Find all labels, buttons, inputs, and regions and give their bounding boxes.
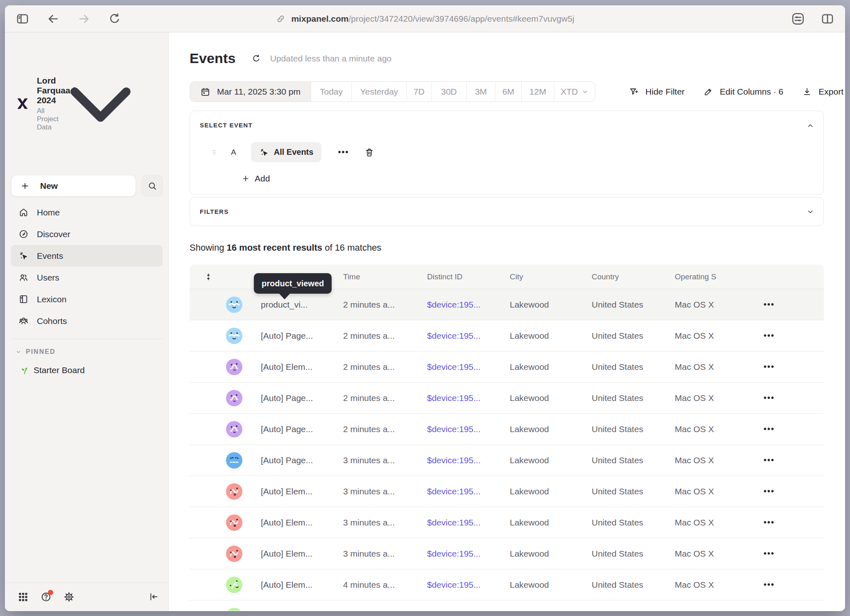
table-row[interactable]: [Auto] Page... 2 minutes a... $device:19…: [190, 382, 824, 413]
date-preset-30d[interactable]: 30D: [431, 82, 466, 102]
table-row[interactable]: [Auto] Elem... 2 minutes a... $device:19…: [190, 351, 824, 382]
help-icon[interactable]: [41, 591, 52, 602]
reload-icon[interactable]: [108, 12, 122, 26]
cell-event-name[interactable]: [Auto] Elem...: [261, 362, 343, 372]
sidebar-item-events[interactable]: Events: [11, 245, 163, 267]
row-menu-button[interactable]: •••: [759, 487, 824, 496]
expand-row-icon[interactable]: [205, 581, 212, 589]
expand-row-icon[interactable]: [205, 488, 212, 495]
cell-event-name[interactable]: [Auto] Elem...: [261, 580, 343, 590]
table-row[interactable]: [Auto] Elem... 3 minutes a... $device:19…: [190, 507, 824, 538]
row-menu-button[interactable]: •••: [759, 331, 824, 340]
row-menu-button[interactable]: •••: [759, 580, 824, 589]
page-settings-icon[interactable]: [791, 12, 805, 26]
cell-distinct-id[interactable]: $device:195...: [427, 487, 510, 496]
split-view-icon[interactable]: [821, 12, 834, 26]
expand-row-icon[interactable]: [205, 363, 212, 371]
workspace-switcher[interactable]: Lord Farquaad 2024 All Project Data: [5, 32, 168, 160]
column-header-time[interactable]: Time: [343, 272, 427, 281]
row-menu-button[interactable]: •••: [759, 393, 824, 403]
row-menu-button[interactable]: •••: [759, 362, 824, 371]
expand-row-icon[interactable]: [205, 519, 212, 526]
cell-distinct-id[interactable]: $device:195...: [427, 393, 510, 403]
table-row[interactable]: [Auto] Page... 2 minutes a... $device:19…: [190, 320, 824, 351]
cell-distinct-id[interactable]: $device:195...: [427, 424, 510, 434]
cell-event-name[interactable]: [Auto] Elem...: [261, 549, 343, 559]
column-header-os[interactable]: Operating S: [675, 272, 759, 281]
back-icon[interactable]: [46, 12, 60, 26]
filter-plus-icon: [629, 87, 639, 97]
cell-distinct-id[interactable]: $device:195...: [427, 580, 510, 590]
date-preset-7d[interactable]: 7D: [407, 82, 431, 102]
row-menu-button[interactable]: •••: [759, 518, 824, 527]
cell-event-name[interactable]: [Auto] Elem...: [261, 487, 343, 496]
search-button[interactable]: [142, 175, 163, 197]
date-preset-3m[interactable]: 3M: [466, 82, 495, 102]
chevron-down-icon[interactable]: [806, 208, 814, 216]
cell-os: Mac OS X: [675, 300, 759, 310]
sidebar-item-lexicon[interactable]: Lexicon: [11, 288, 163, 310]
event-more-button[interactable]: •••: [338, 147, 349, 157]
date-preset-xtd[interactable]: XTD: [554, 82, 595, 102]
add-event-button[interactable]: Add: [242, 174, 814, 183]
drag-handle-icon[interactable]: [211, 148, 217, 157]
export-button[interactable]: Export: [802, 87, 843, 97]
table-row[interactable]: [Auto] Page... 3 minutes a... $device:19…: [190, 444, 824, 476]
row-menu-button[interactable]: •••: [759, 424, 824, 434]
collapse-rows-icon[interactable]: [204, 272, 212, 282]
pinned-item-starter-board[interactable]: Starter Board: [20, 365, 168, 375]
cell-event-name[interactable]: [Auto] Page...: [261, 393, 343, 403]
column-header-country[interactable]: Country: [592, 272, 675, 281]
date-preset-yesterday[interactable]: Yesterday: [351, 82, 407, 102]
cell-distinct-id[interactable]: $device:195...: [427, 455, 510, 465]
sidebar-toggle-icon[interactable]: [16, 12, 29, 26]
event-selector-button[interactable]: All Events: [251, 142, 322, 162]
table-row[interactable]: [Auto] Elem... 4 minutes a... $device:19…: [190, 569, 824, 600]
address-bar[interactable]: mixpanel.com/project/3472420/view/397469…: [276, 14, 574, 24]
cell-event-name[interactable]: [Auto] Page...: [261, 331, 343, 341]
expand-row-icon[interactable]: [205, 426, 212, 433]
cell-distinct-id[interactable]: $device:195...: [427, 518, 510, 528]
sidebar-item-cohorts[interactable]: Cohorts: [11, 310, 163, 332]
column-header-city[interactable]: City: [510, 272, 592, 281]
date-preset-6m[interactable]: 6M: [495, 82, 521, 102]
cell-distinct-id[interactable]: $device:195...: [427, 549, 510, 559]
expand-row-icon[interactable]: [205, 550, 212, 557]
table-row[interactable]: [Auto] Page... 2 minutes a... $device:19…: [190, 413, 824, 444]
table-row[interactable]: [Auto] Elem... 3 minutes a... $device:19…: [190, 476, 824, 507]
cell-distinct-id[interactable]: $device:195...: [427, 300, 510, 310]
sidebar-item-users[interactable]: Users: [11, 267, 163, 288]
sidebar-item-discover[interactable]: Discover: [11, 223, 163, 245]
collapse-sidebar-icon[interactable]: [149, 591, 159, 602]
chevron-up-icon[interactable]: [806, 122, 814, 130]
row-menu-button[interactable]: •••: [759, 300, 824, 309]
expand-row-icon[interactable]: [205, 301, 212, 308]
column-header-distinct-id[interactable]: Distinct ID: [427, 272, 510, 281]
date-preset-today[interactable]: Today: [311, 82, 351, 102]
row-menu-button[interactable]: •••: [759, 455, 824, 465]
cell-event-name[interactable]: [Auto] Elem...: [261, 518, 343, 528]
trash-icon[interactable]: [364, 147, 374, 157]
row-menu-button[interactable]: •••: [759, 549, 824, 558]
cell-distinct-id[interactable]: $device:195...: [427, 331, 510, 341]
expand-row-icon[interactable]: [205, 457, 212, 464]
settings-gear-icon[interactable]: [63, 591, 75, 602]
refresh-icon[interactable]: [251, 54, 261, 63]
cell-distinct-id[interactable]: $device:195...: [427, 362, 510, 372]
cell-event-name[interactable]: product_vi...: [261, 300, 343, 310]
edit-columns-button[interactable]: Edit Columns · 6: [703, 87, 783, 97]
cell-event-name[interactable]: [Auto] Page...: [261, 424, 343, 434]
new-button[interactable]: New: [11, 175, 136, 197]
date-preset-12m[interactable]: 12M: [521, 82, 554, 102]
hide-filter-button[interactable]: Hide Filter: [629, 87, 685, 97]
expand-row-icon[interactable]: [205, 394, 212, 402]
filters-panel[interactable]: FILTERS: [190, 197, 824, 226]
table-row[interactable]: [Auto] Elem... 3 minutes a... $device:19…: [190, 538, 824, 569]
apps-grid-icon[interactable]: [18, 591, 29, 602]
cell-event-name[interactable]: [Auto] Page...: [261, 455, 343, 465]
pinned-section-header[interactable]: PINNED: [15, 348, 168, 356]
expand-row-icon[interactable]: [205, 332, 212, 340]
sidebar-item-home[interactable]: Home: [11, 202, 163, 223]
date-picker-button[interactable]: Mar 11, 2025 3:30 pm: [190, 82, 311, 102]
table-row[interactable]: [190, 600, 824, 611]
